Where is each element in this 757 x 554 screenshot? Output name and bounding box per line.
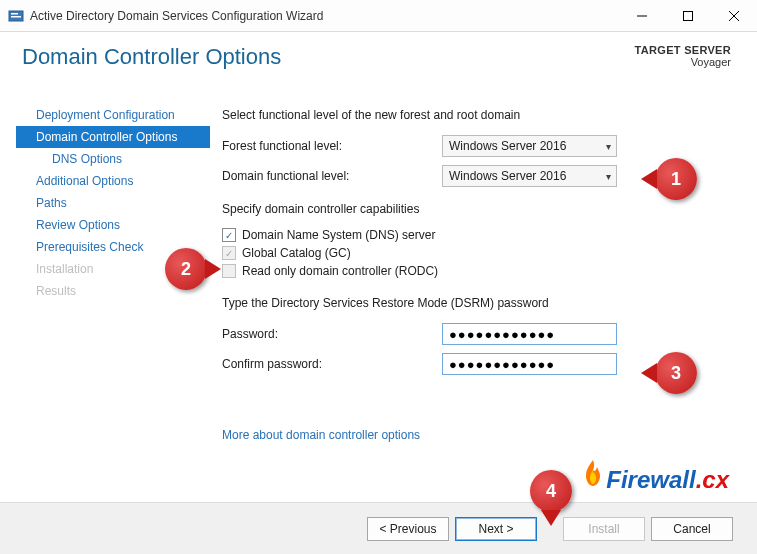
gc-checkbox-row: ✓ Global Catalog (GC): [222, 246, 727, 260]
close-button[interactable]: [711, 0, 757, 31]
domain-level-select[interactable]: Windows Server 2016 ▾: [442, 165, 617, 187]
domain-level-label: Domain functional level:: [222, 169, 442, 183]
forest-level-row: Forest functional level: Windows Server …: [222, 134, 727, 158]
sidebar: Deployment ConfigurationDomain Controlle…: [0, 92, 210, 492]
close-icon: [729, 11, 739, 21]
sidebar-item[interactable]: Additional Options: [16, 170, 210, 192]
chevron-down-icon: ▾: [606, 171, 611, 182]
target-server-block: TARGET SERVER Voyager: [635, 44, 731, 68]
next-button[interactable]: Next >: [455, 517, 537, 541]
chevron-down-icon: ▾: [606, 141, 611, 152]
capabilities-heading: Specify domain controller capabilities: [222, 202, 727, 216]
rodc-checkbox: [222, 264, 236, 278]
gc-checkbox: ✓: [222, 246, 236, 260]
page-title: Domain Controller Options: [22, 44, 635, 70]
more-about-link[interactable]: More about domain controller options: [222, 428, 420, 442]
sidebar-item[interactable]: Review Options: [16, 214, 210, 236]
previous-button[interactable]: < Previous: [367, 517, 449, 541]
window-controls: [619, 0, 757, 31]
callout-4: 4: [530, 470, 572, 512]
footer: < Previous Next > Install Cancel: [0, 502, 757, 554]
sidebar-item[interactable]: Paths: [16, 192, 210, 214]
rodc-checkbox-label: Read only domain controller (RODC): [242, 264, 438, 278]
window-title: Active Directory Domain Services Configu…: [30, 9, 619, 23]
dsrm-heading: Type the Directory Services Restore Mode…: [222, 296, 727, 310]
flame-icon: [582, 460, 604, 494]
confirm-password-input[interactable]: [442, 353, 617, 375]
functional-level-heading: Select functional level of the new fores…: [222, 108, 727, 122]
forest-level-select[interactable]: Windows Server 2016 ▾: [442, 135, 617, 157]
sidebar-item[interactable]: Deployment Configuration: [16, 104, 210, 126]
logo-text-fw: Firewall: [606, 466, 695, 494]
forest-level-label: Forest functional level:: [222, 139, 442, 153]
dns-checkbox-label: Domain Name System (DNS) server: [242, 228, 435, 242]
watermark-logo: Firewall.cx: [582, 460, 729, 494]
svg-rect-1: [11, 13, 18, 15]
confirm-password-label: Confirm password:: [222, 357, 442, 371]
password-input[interactable]: [442, 323, 617, 345]
logo-text-cx: .cx: [696, 466, 729, 494]
password-label: Password:: [222, 327, 442, 341]
minimize-button[interactable]: [619, 0, 665, 31]
forest-level-value: Windows Server 2016: [449, 139, 566, 153]
domain-level-value: Windows Server 2016: [449, 169, 566, 183]
callout-3: 3: [655, 352, 697, 394]
sidebar-item[interactable]: DNS Options: [16, 148, 210, 170]
target-server-value: Voyager: [635, 56, 731, 68]
callout-2: 2: [165, 248, 207, 290]
dns-checkbox-row: ✓ Domain Name System (DNS) server: [222, 228, 727, 242]
sidebar-item[interactable]: Domain Controller Options: [16, 126, 210, 148]
capabilities-section: Specify domain controller capabilities ✓…: [222, 202, 727, 278]
maximize-icon: [683, 11, 693, 21]
app-icon: [8, 8, 24, 24]
callout-1: 1: [655, 158, 697, 200]
install-button: Install: [563, 517, 645, 541]
dns-checkbox[interactable]: ✓: [222, 228, 236, 242]
content: Select functional level of the new fores…: [210, 92, 757, 492]
svg-rect-2: [11, 16, 21, 18]
svg-rect-4: [684, 11, 693, 20]
minimize-icon: [637, 11, 647, 21]
main: Deployment ConfigurationDomain Controlle…: [0, 92, 757, 492]
maximize-button[interactable]: [665, 0, 711, 31]
header: Domain Controller Options TARGET SERVER …: [0, 32, 757, 92]
titlebar: Active Directory Domain Services Configu…: [0, 0, 757, 32]
rodc-checkbox-row: Read only domain controller (RODC): [222, 264, 727, 278]
cancel-button[interactable]: Cancel: [651, 517, 733, 541]
gc-checkbox-label: Global Catalog (GC): [242, 246, 351, 260]
target-server-label: TARGET SERVER: [635, 44, 731, 56]
password-row: Password:: [222, 322, 727, 346]
